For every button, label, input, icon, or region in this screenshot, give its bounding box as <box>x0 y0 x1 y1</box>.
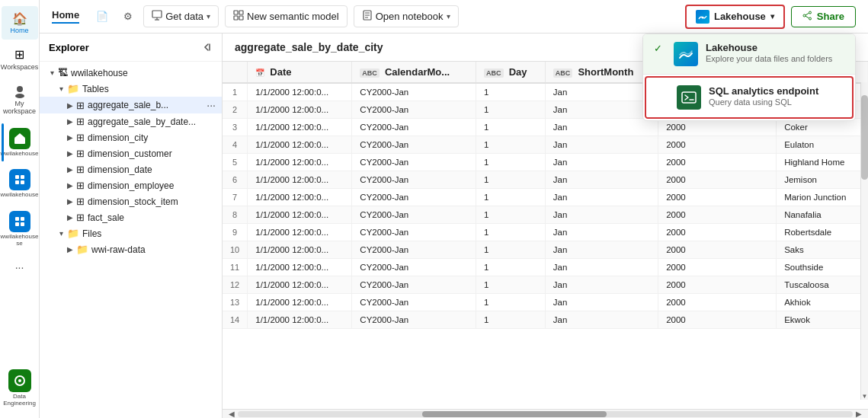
caret-table-2[interactable]: ▶ <box>64 133 76 142</box>
sidebar-item-data-engineering-label: Data Engineering <box>3 394 36 407</box>
new-semantic-model-button[interactable]: New semantic model <box>225 5 348 27</box>
col-date-label: Date <box>270 66 291 78</box>
get-data-label: Get data <box>165 11 203 22</box>
caret-wwilakehouse[interactable]: ▾ <box>46 69 58 77</box>
lakehouse-button[interactable]: Lakehouse ▾ <box>685 5 785 29</box>
svg-rect-5 <box>21 175 24 179</box>
collapse-explorer-button[interactable] <box>200 41 213 53</box>
sidebar-item-data-engineering[interactable]: Data Engineering <box>2 365 38 412</box>
svg-rect-14 <box>152 11 162 18</box>
h-scroll-track[interactable] <box>238 411 853 417</box>
col-day-label: Day <box>509 66 527 78</box>
list-item[interactable]: ▶ ⊞ aggregate_sale_b... ··· <box>40 97 222 113</box>
tree-files-group[interactable]: ▾ 📁 Files <box>40 225 222 241</box>
new-item-button[interactable]: 📄 <box>91 7 113 26</box>
cell-day: 1 <box>476 189 546 206</box>
cell-shortmonth: Jan <box>545 276 658 294</box>
svg-rect-20 <box>239 16 243 20</box>
sidebar-item-workspaces[interactable]: ⊞ Workspaces <box>2 43 38 76</box>
list-item[interactable]: ▶ ⊞ dimension_employee <box>40 177 222 193</box>
sql-dropdown-icon <box>677 85 701 110</box>
cell-calmonth: CY2000-Jan <box>352 276 476 294</box>
list-item[interactable]: ▶ ⊞ aggregate_sale_by_date... <box>40 113 222 129</box>
svg-rect-17 <box>234 11 238 14</box>
scroll-down-button[interactable]: ▼ <box>861 393 868 400</box>
semantic-model-icon <box>233 10 244 23</box>
cell-calmonth: CY2000-Jan <box>352 119 476 136</box>
sidebar-item-my-workspace[interactable]: My workspace <box>2 79 38 120</box>
cell-rownum: 6 <box>223 171 248 189</box>
caret-tables[interactable]: ▾ <box>55 85 67 93</box>
explorer-title: Explorer <box>49 42 89 53</box>
lakehouse-dropdown: ✓ Lakehouse Explore your data files and … <box>642 34 856 121</box>
sidebar-item-wwilakehouse2[interactable]: wwilakehouse <box>2 164 38 203</box>
h-scroll-thumb[interactable] <box>422 411 607 417</box>
cell-city: Marion Junction <box>777 189 868 206</box>
scroll-thumb[interactable] <box>861 95 868 180</box>
table-row: 10 1/1/2000 12:00:0... CY2000-Jan 1 Jan … <box>223 241 868 259</box>
cell-rownum: 14 <box>223 311 248 329</box>
sidebar-item-wwilakehouse3[interactable]: wwilakehouse se <box>2 206 38 252</box>
table-icon-7: ⊞ <box>76 212 85 223</box>
get-data-icon <box>152 10 162 23</box>
sidebar-item-wwilakehouse1[interactable]: wwilakehouse <box>2 123 38 162</box>
cell-rownum: 11 <box>223 259 248 276</box>
caret-table-5[interactable]: ▶ <box>64 181 76 190</box>
cell-rownum: 3 <box>223 119 248 136</box>
lakehouse-dropdown-text: Lakehouse Explore your data files and fo… <box>706 42 832 63</box>
share-button[interactable]: Share <box>791 6 856 27</box>
settings-button[interactable]: ⚙ <box>119 7 137 26</box>
dropdown-item-lakehouse[interactable]: ✓ Lakehouse Explore your data files and … <box>643 34 855 74</box>
cell-city: Southside <box>777 259 868 276</box>
col-header-date[interactable]: 📅 Date <box>248 62 352 83</box>
caret-table-7[interactable]: ▶ <box>64 213 76 222</box>
list-item[interactable]: ▶ ⊞ fact_sale <box>40 209 222 225</box>
sidebar-item-home[interactable]: 🏠 Home <box>2 6 38 40</box>
table-label-1: aggregate_sale_by_date... <box>88 116 216 127</box>
open-notebook-button[interactable]: Open notebook ▾ <box>354 5 459 27</box>
caret-table-0[interactable]: ▶ <box>64 101 76 110</box>
col-header-shortmonth[interactable]: ABC ShortMonth <box>545 62 658 83</box>
list-item[interactable]: ▶ 📁 wwi-raw-data <box>40 241 222 257</box>
table-icon-0: ⊞ <box>76 100 85 111</box>
list-item[interactable]: ▶ ⊞ dimension_customer <box>40 145 222 161</box>
svg-point-26 <box>809 11 811 14</box>
caret-table-3[interactable]: ▶ <box>64 149 76 158</box>
cell-rownum: 2 <box>223 101 248 119</box>
vertical-scrollbar[interactable]: ▲ ▼ <box>860 62 868 400</box>
get-data-button[interactable]: Get data ▾ <box>143 5 219 27</box>
caret-table-4[interactable]: ▶ <box>64 165 76 174</box>
cell-calmonth: CY2000-Jan <box>352 259 476 276</box>
scroll-left-button[interactable]: ◀ <box>226 410 238 418</box>
sidebar-item-more[interactable]: ··· <box>2 255 38 279</box>
files-label: Files <box>82 228 216 239</box>
notebook-chevron: ▾ <box>447 12 450 21</box>
col-header-day[interactable]: ABC Day <box>476 62 546 83</box>
sidebar-item-home-label: Home <box>10 27 28 35</box>
caret-file-0[interactable]: ▶ <box>64 245 76 254</box>
cell-rownum: 13 <box>223 294 248 311</box>
cell-city: Tuscaloosa <box>777 276 868 294</box>
page-title[interactable]: Home <box>52 9 79 24</box>
tree-root-wwilakehouse[interactable]: ▾ 🏗 wwilakehouse <box>40 65 222 81</box>
dropdown-item-sql[interactable]: SQL analytics endpoint Query data using … <box>645 76 854 119</box>
col-header-calmonth[interactable]: ABC CalendarMo... <box>352 62 476 83</box>
cell-rownum: 1 <box>223 83 248 101</box>
caret-files[interactable]: ▾ <box>55 229 67 238</box>
table-icon-3: ⊞ <box>76 148 85 159</box>
list-item[interactable]: ▶ ⊞ dimension_date <box>40 161 222 177</box>
table-more-0[interactable]: ··· <box>207 99 216 111</box>
scroll-right-button[interactable]: ▶ <box>853 410 865 418</box>
tree-tables-group[interactable]: ▾ 📁 Tables <box>40 81 222 97</box>
cell-city: Nanafalia <box>777 206 868 224</box>
table-label-3: dimension_customer <box>88 148 216 159</box>
list-item[interactable]: ▶ ⊞ dimension_city <box>40 129 222 145</box>
share-label: Share <box>817 11 844 22</box>
svg-rect-8 <box>15 217 19 221</box>
caret-table-1[interactable]: ▶ <box>64 117 76 126</box>
horizontal-scrollbar[interactable]: ◀ ▶ <box>223 409 868 418</box>
list-item[interactable]: ▶ ⊞ dimension_stock_item <box>40 193 222 209</box>
svg-rect-7 <box>21 180 24 184</box>
svg-rect-32 <box>682 92 696 103</box>
caret-table-6[interactable]: ▶ <box>64 197 76 206</box>
